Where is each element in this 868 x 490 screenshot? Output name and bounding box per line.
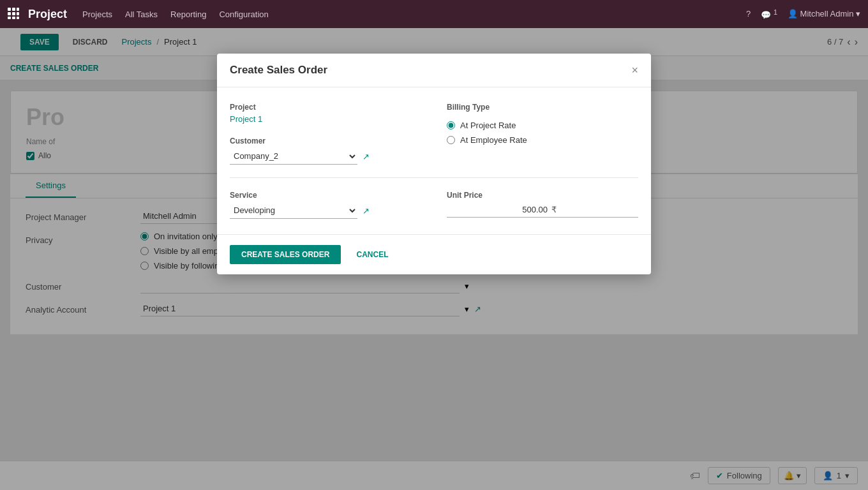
modal-customer-field: Customer Company_2 ↗ (230, 137, 421, 165)
modal-billing-field: Billing Type At Project Rate At Employee… (447, 103, 638, 145)
billing-option-1-label: At Employee Rate (460, 135, 527, 145)
modal-service-label: Service (230, 191, 421, 200)
app-brand: Project (28, 8, 67, 21)
modal-service-field: Service Developing ↗ (230, 191, 421, 219)
billing-radio-group: At Project Rate At Employee Rate (447, 121, 638, 145)
modal-unit-price-field: Unit Price ₹ (447, 191, 638, 219)
svg-rect-8 (17, 17, 19, 19)
nav-configuration[interactable]: Configuration (219, 10, 268, 19)
billing-option-1[interactable]: At Employee Rate (447, 135, 638, 145)
svg-rect-7 (12, 17, 15, 19)
modal-customer-label: Customer (230, 137, 421, 145)
modal-currency-symbol: ₹ (551, 205, 557, 214)
svg-rect-4 (12, 12, 15, 15)
nav-all-tasks[interactable]: All Tasks (125, 10, 158, 19)
modal-right-column: Billing Type At Project Rate At Employee… (447, 103, 638, 165)
billing-radio-1[interactable] (447, 136, 455, 144)
modal-cancel-button[interactable]: CANCEL (348, 245, 396, 264)
apps-icon[interactable] (8, 8, 19, 21)
modal-service-select[interactable]: Developing (230, 202, 357, 219)
billing-radio-0[interactable] (447, 121, 455, 130)
modal-unit-price-wrapper: ₹ (447, 202, 638, 218)
navbar-right: ? 💬 1 👤 Mitchell Admin ▾ (746, 8, 860, 20)
modal-service-ext-link[interactable]: ↗ (363, 206, 370, 216)
modal-project-label: Project (230, 103, 421, 112)
user-menu[interactable]: 👤 Mitchell Admin ▾ (788, 9, 860, 19)
svg-rect-5 (17, 12, 19, 15)
modal-billing-label: Billing Type (447, 103, 638, 112)
modal-divider (230, 177, 638, 178)
modal-customer-row: Company_2 ↗ (230, 148, 421, 165)
billing-option-0-label: At Project Rate (460, 121, 516, 130)
svg-rect-6 (8, 17, 11, 19)
svg-rect-0 (8, 8, 11, 11)
modal-unit-price-input[interactable] (447, 202, 549, 217)
modal-header: Create Sales Order × (217, 54, 651, 87)
modal-create-button[interactable]: CREATE SALES ORDER (230, 245, 341, 264)
modal-customer-ext-link[interactable]: ↗ (363, 152, 370, 161)
help-icon[interactable]: ? (746, 9, 751, 19)
modal-unit-price-label: Unit Price (447, 191, 638, 200)
modal-body: Project Project 1 Customer Company_2 ↗ (217, 87, 651, 234)
modal-service-row: Developing ↗ (230, 202, 421, 219)
modal-project-value: Project 1 (230, 114, 421, 124)
create-sales-order-modal: Create Sales Order × Project Project 1 C… (217, 54, 651, 274)
modal-footer: CREATE SALES ORDER CANCEL (217, 234, 651, 274)
nav-reporting[interactable]: Reporting (170, 10, 206, 19)
modal-overlay: Create Sales Order × Project Project 1 C… (0, 28, 868, 490)
main-nav: Projects All Tasks Reporting Configurati… (82, 10, 269, 19)
modal-project-field: Project Project 1 (230, 103, 421, 124)
modal-close-button[interactable]: × (631, 64, 638, 76)
billing-option-0[interactable]: At Project Rate (447, 121, 638, 130)
svg-rect-1 (12, 8, 15, 11)
modal-left-column: Project Project 1 Customer Company_2 ↗ (230, 103, 421, 165)
chat-icon[interactable]: 💬 1 (761, 8, 777, 20)
main-background: SAVE DISCARD Projects / Project 1 6 / 7 … (0, 28, 868, 490)
navbar: Project Projects All Tasks Reporting Con… (0, 0, 868, 28)
svg-rect-3 (8, 12, 11, 15)
svg-rect-2 (17, 8, 19, 11)
modal-customer-select[interactable]: Company_2 (230, 148, 357, 165)
nav-projects[interactable]: Projects (82, 10, 112, 19)
modal-title: Create Sales Order (230, 64, 327, 77)
